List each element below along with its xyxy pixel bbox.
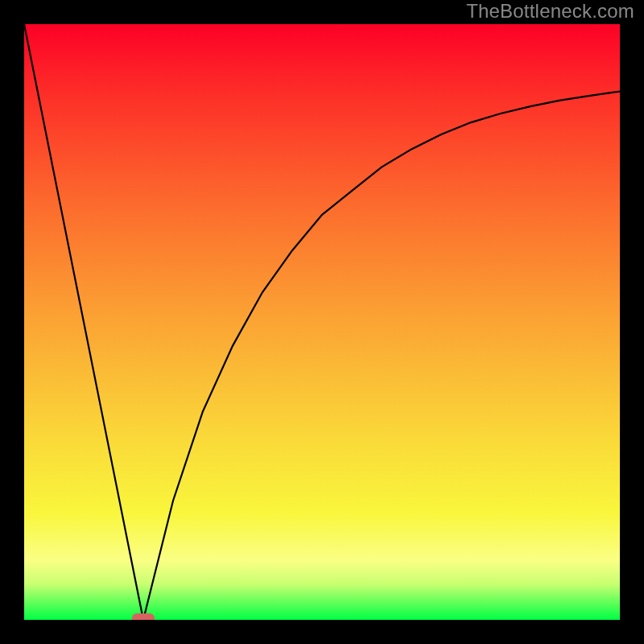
attribution-text: TheBottleneck.com: [466, 0, 634, 23]
bottleneck-marker: [132, 613, 155, 620]
bottleneck-curve-svg: [24, 24, 620, 620]
chart-container: TheBottleneck.com: [0, 0, 644, 644]
plot-area: [24, 24, 620, 620]
bottleneck-curve-path: [24, 24, 620, 620]
